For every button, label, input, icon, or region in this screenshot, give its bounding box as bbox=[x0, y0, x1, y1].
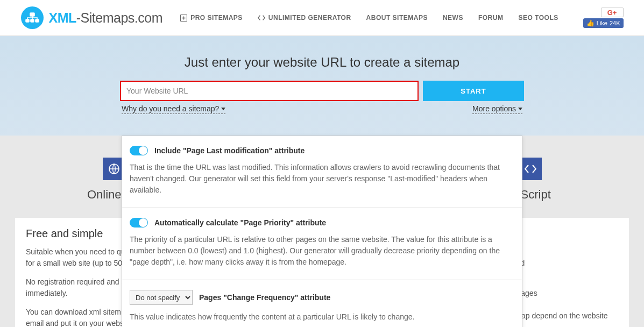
more-options-panel: Include "Page Last modification" attribu… bbox=[122, 136, 522, 327]
change-frequency-select[interactable]: Do not specify bbox=[130, 290, 193, 305]
site-header: XML-Sitemaps.com PRO SITEMAPS UNLIMITED … bbox=[0, 0, 644, 36]
option-last-modification: Include "Page Last modification" attribu… bbox=[122, 136, 522, 208]
option-change-frequency: Do not specify Pages "Change Frequency" … bbox=[122, 280, 522, 327]
svg-rect-2 bbox=[31, 19, 34, 22]
logo-text: XML-Sitemaps.com bbox=[49, 10, 163, 26]
option-description: This value indicates how frequently the … bbox=[130, 311, 514, 323]
logo-icon bbox=[21, 6, 44, 29]
code-icon bbox=[258, 14, 265, 22]
svg-rect-3 bbox=[36, 19, 39, 22]
chevron-down-icon bbox=[518, 108, 522, 110]
nav-unlimited-generator[interactable]: UNLIMITED GENERATOR bbox=[258, 14, 351, 22]
hero-section: Just enter your website URL to create a … bbox=[0, 36, 644, 136]
thumb-up-icon: 👍 bbox=[586, 19, 595, 27]
facebook-like-button[interactable]: 👍 Like 24K bbox=[583, 18, 624, 28]
plus-square-icon bbox=[180, 14, 187, 22]
nav-pro-sitemaps[interactable]: PRO SITEMAPS bbox=[180, 14, 243, 22]
option-title: Pages "Change Frequency" attribute bbox=[199, 293, 330, 302]
chevron-down-icon bbox=[221, 108, 225, 110]
more-options-link[interactable]: More options bbox=[472, 104, 522, 114]
toggle-last-modification[interactable] bbox=[130, 146, 148, 155]
nav-news[interactable]: NEWS bbox=[443, 14, 463, 22]
toggle-page-priority[interactable] bbox=[130, 218, 148, 228]
google-plus-button[interactable]: G+ bbox=[601, 8, 624, 17]
hero-title: Just enter your website URL to create a … bbox=[0, 55, 644, 70]
main-nav: PRO SITEMAPS UNLIMITED GENERATOR ABOUT S… bbox=[180, 8, 623, 28]
nav-about-sitemaps[interactable]: ABOUT SITEMAPS bbox=[366, 14, 428, 22]
option-page-priority: Automatically calculate "Page Priority" … bbox=[122, 208, 522, 280]
nav-forum[interactable]: FORUM bbox=[478, 14, 504, 22]
nav-seo-tools[interactable]: SEO TOOLS bbox=[518, 14, 558, 22]
website-url-input[interactable] bbox=[120, 81, 419, 101]
site-logo[interactable]: XML-Sitemaps.com bbox=[21, 6, 163, 29]
option-description: The priority of a particular URL is rela… bbox=[130, 234, 514, 268]
option-description: That is the time the URL was last modifi… bbox=[130, 162, 514, 196]
svg-rect-1 bbox=[26, 19, 29, 22]
svg-rect-0 bbox=[30, 13, 34, 16]
why-sitemap-link[interactable]: Why do you need a sitemap? bbox=[122, 104, 225, 114]
start-button[interactable]: START bbox=[423, 81, 524, 101]
option-title: Automatically calculate "Page Priority" … bbox=[154, 218, 326, 227]
option-title: Include "Page Last modification" attribu… bbox=[154, 146, 305, 155]
